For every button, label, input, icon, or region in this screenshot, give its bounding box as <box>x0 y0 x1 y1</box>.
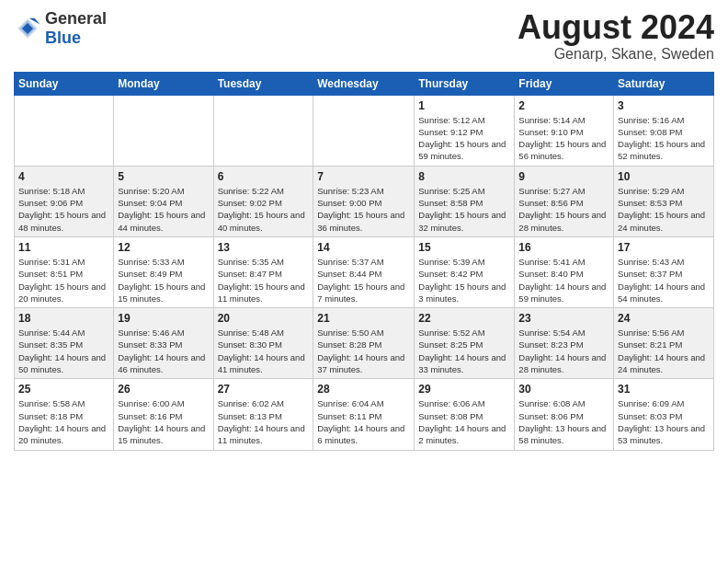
day-info: Sunrise: 5:46 AM Sunset: 8:33 PM Dayligh… <box>118 327 209 375</box>
day-number: 6 <box>218 170 310 183</box>
day-number: 31 <box>618 383 710 396</box>
day-number: 24 <box>618 312 710 325</box>
calendar-cell: 29Sunrise: 6:06 AM Sunset: 8:08 PM Dayli… <box>415 379 515 450</box>
calendar-cell <box>313 95 415 166</box>
calendar-header-tuesday: Tuesday <box>213 72 313 95</box>
day-number: 7 <box>317 170 410 183</box>
day-number: 4 <box>18 170 109 183</box>
calendar-header-row: SundayMondayTuesdayWednesdayThursdayFrid… <box>15 72 714 95</box>
day-info: Sunrise: 5:27 AM Sunset: 8:56 PM Dayligh… <box>518 185 609 234</box>
day-info: Sunrise: 5:12 AM Sunset: 9:12 PM Dayligh… <box>418 114 510 163</box>
day-number: 29 <box>418 383 510 396</box>
day-info: Sunrise: 5:14 AM Sunset: 9:10 PM Dayligh… <box>518 114 609 163</box>
day-number: 14 <box>317 241 410 254</box>
calendar-table: SundayMondayTuesdayWednesdayThursdayFrid… <box>14 72 714 451</box>
day-info: Sunrise: 5:54 AM Sunset: 8:23 PM Dayligh… <box>518 327 609 375</box>
day-info: Sunrise: 5:56 AM Sunset: 8:21 PM Dayligh… <box>618 327 710 375</box>
day-number: 2 <box>518 99 609 112</box>
day-info: Sunrise: 5:22 AM Sunset: 9:02 PM Dayligh… <box>218 185 310 234</box>
day-number: 20 <box>218 312 310 325</box>
day-number: 10 <box>618 170 710 183</box>
calendar-cell: 31Sunrise: 6:09 AM Sunset: 8:03 PM Dayli… <box>614 379 714 450</box>
logo: General Blue <box>14 9 107 48</box>
calendar-cell: 23Sunrise: 5:54 AM Sunset: 8:23 PM Dayli… <box>515 308 614 379</box>
calendar-header-friday: Friday <box>515 72 614 95</box>
calendar-cell: 21Sunrise: 5:50 AM Sunset: 8:28 PM Dayli… <box>313 308 415 379</box>
day-info: Sunrise: 5:48 AM Sunset: 8:30 PM Dayligh… <box>218 327 310 375</box>
calendar-cell <box>114 95 213 166</box>
calendar-cell <box>213 95 313 166</box>
day-number: 8 <box>418 170 510 183</box>
day-number: 19 <box>118 312 209 325</box>
day-number: 18 <box>18 312 109 325</box>
calendar-week-row: 4Sunrise: 5:18 AM Sunset: 9:06 PM Daylig… <box>15 166 714 236</box>
day-info: Sunrise: 5:33 AM Sunset: 8:49 PM Dayligh… <box>118 256 209 304</box>
day-number: 9 <box>518 170 609 183</box>
calendar-cell: 13Sunrise: 5:35 AM Sunset: 8:47 PM Dayli… <box>213 236 313 307</box>
day-number: 30 <box>518 383 609 396</box>
page-header: General Blue August 2024 Genarp, Skane, … <box>14 9 714 63</box>
calendar-week-row: 25Sunrise: 5:58 AM Sunset: 8:18 PM Dayli… <box>15 379 714 450</box>
calendar-cell: 5Sunrise: 5:20 AM Sunset: 9:04 PM Daylig… <box>114 166 213 236</box>
day-number: 11 <box>18 241 109 254</box>
calendar-header-sunday: Sunday <box>15 72 114 95</box>
calendar-cell: 24Sunrise: 5:56 AM Sunset: 8:21 PM Dayli… <box>614 308 714 379</box>
calendar-cell: 6Sunrise: 5:22 AM Sunset: 9:02 PM Daylig… <box>213 166 313 236</box>
day-info: Sunrise: 5:52 AM Sunset: 8:25 PM Dayligh… <box>418 327 510 375</box>
calendar-header-monday: Monday <box>114 72 213 95</box>
day-info: Sunrise: 5:18 AM Sunset: 9:06 PM Dayligh… <box>18 185 109 234</box>
calendar-cell: 17Sunrise: 5:43 AM Sunset: 8:37 PM Dayli… <box>614 236 714 307</box>
calendar-cell: 18Sunrise: 5:44 AM Sunset: 8:35 PM Dayli… <box>15 308 114 379</box>
day-info: Sunrise: 5:23 AM Sunset: 9:00 PM Dayligh… <box>317 185 410 234</box>
day-info: Sunrise: 5:25 AM Sunset: 8:58 PM Dayligh… <box>418 185 510 234</box>
day-info: Sunrise: 5:16 AM Sunset: 9:08 PM Dayligh… <box>618 114 710 163</box>
page-subtitle: Genarp, Skane, Sweden <box>518 46 714 63</box>
day-info: Sunrise: 6:09 AM Sunset: 8:03 PM Dayligh… <box>618 397 710 446</box>
day-info: Sunrise: 5:43 AM Sunset: 8:37 PM Dayligh… <box>618 256 710 304</box>
day-info: Sunrise: 5:41 AM Sunset: 8:40 PM Dayligh… <box>518 256 609 304</box>
calendar-cell: 3Sunrise: 5:16 AM Sunset: 9:08 PM Daylig… <box>614 95 714 166</box>
calendar-cell: 12Sunrise: 5:33 AM Sunset: 8:49 PM Dayli… <box>114 236 213 307</box>
calendar-cell: 10Sunrise: 5:29 AM Sunset: 8:53 PM Dayli… <box>614 166 714 236</box>
calendar-week-row: 1Sunrise: 5:12 AM Sunset: 9:12 PM Daylig… <box>15 95 714 166</box>
calendar-header-saturday: Saturday <box>614 72 714 95</box>
day-number: 22 <box>418 312 510 325</box>
day-number: 25 <box>18 383 109 396</box>
day-info: Sunrise: 5:37 AM Sunset: 8:44 PM Dayligh… <box>317 256 410 304</box>
day-number: 21 <box>317 312 410 325</box>
day-number: 5 <box>118 170 209 183</box>
day-info: Sunrise: 5:39 AM Sunset: 8:42 PM Dayligh… <box>418 256 510 304</box>
day-info: Sunrise: 6:00 AM Sunset: 8:16 PM Dayligh… <box>118 397 209 446</box>
day-number: 1 <box>418 99 510 112</box>
day-info: Sunrise: 6:02 AM Sunset: 8:13 PM Dayligh… <box>218 397 310 446</box>
calendar-header-thursday: Thursday <box>415 72 515 95</box>
logo-blue: Blue <box>45 29 81 47</box>
calendar-header-wednesday: Wednesday <box>313 72 415 95</box>
day-info: Sunrise: 6:08 AM Sunset: 8:06 PM Dayligh… <box>518 397 609 446</box>
day-number: 17 <box>618 241 710 254</box>
calendar-cell: 26Sunrise: 6:00 AM Sunset: 8:16 PM Dayli… <box>114 379 213 450</box>
calendar-cell: 11Sunrise: 5:31 AM Sunset: 8:51 PM Dayli… <box>15 236 114 307</box>
day-number: 28 <box>317 383 410 396</box>
day-number: 23 <box>518 312 609 325</box>
day-number: 13 <box>218 241 310 254</box>
logo-text: General Blue <box>45 9 107 48</box>
calendar-cell: 19Sunrise: 5:46 AM Sunset: 8:33 PM Dayli… <box>114 308 213 379</box>
calendar-cell: 22Sunrise: 5:52 AM Sunset: 8:25 PM Dayli… <box>415 308 515 379</box>
calendar-cell: 27Sunrise: 6:02 AM Sunset: 8:13 PM Dayli… <box>213 379 313 450</box>
day-info: Sunrise: 6:06 AM Sunset: 8:08 PM Dayligh… <box>418 397 510 446</box>
day-info: Sunrise: 5:44 AM Sunset: 8:35 PM Dayligh… <box>18 327 109 375</box>
day-number: 27 <box>218 383 310 396</box>
calendar-cell: 7Sunrise: 5:23 AM Sunset: 9:00 PM Daylig… <box>313 166 415 236</box>
day-info: Sunrise: 5:58 AM Sunset: 8:18 PM Dayligh… <box>18 397 109 446</box>
title-section: August 2024 Genarp, Skane, Sweden <box>518 9 714 63</box>
calendar-cell: 15Sunrise: 5:39 AM Sunset: 8:42 PM Dayli… <box>415 236 515 307</box>
calendar-cell: 14Sunrise: 5:37 AM Sunset: 8:44 PM Dayli… <box>313 236 415 307</box>
calendar-week-row: 18Sunrise: 5:44 AM Sunset: 8:35 PM Dayli… <box>15 308 714 379</box>
day-number: 3 <box>618 99 710 112</box>
calendar-cell: 2Sunrise: 5:14 AM Sunset: 9:10 PM Daylig… <box>515 95 614 166</box>
day-info: Sunrise: 5:31 AM Sunset: 8:51 PM Dayligh… <box>18 256 109 304</box>
day-number: 12 <box>118 241 209 254</box>
day-info: Sunrise: 5:35 AM Sunset: 8:47 PM Dayligh… <box>218 256 310 304</box>
logo-general: General <box>45 9 107 28</box>
